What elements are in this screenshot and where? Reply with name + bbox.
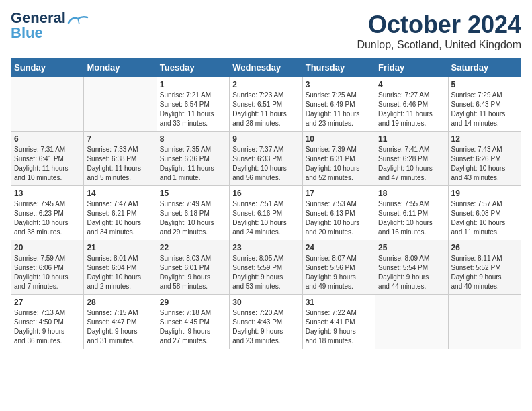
- location-subtitle: Dunlop, Scotland, United Kingdom: [357, 39, 521, 51]
- calendar-cell: 14Sunrise: 7:47 AMSunset: 6:21 PMDayligh…: [84, 186, 157, 240]
- day-number: 23: [232, 243, 299, 253]
- day-detail: Sunrise: 7:45 AMSunset: 6:23 PMDaylight:…: [14, 199, 81, 237]
- day-detail: Sunrise: 7:25 AMSunset: 6:49 PMDaylight:…: [306, 91, 372, 128]
- day-detail: Sunrise: 7:39 AMSunset: 6:31 PMDaylight:…: [306, 145, 372, 183]
- day-detail: Sunrise: 7:37 AMSunset: 6:33 PMDaylight:…: [232, 145, 299, 183]
- calendar-cell: [84, 77, 157, 132]
- day-detail: Sunrise: 7:21 AMSunset: 6:54 PMDaylight:…: [160, 91, 226, 128]
- calendar-cell: 15Sunrise: 7:49 AMSunset: 6:18 PMDayligh…: [157, 186, 229, 240]
- day-detail: Sunrise: 7:15 AMSunset: 4:47 PMDaylight:…: [87, 308, 153, 346]
- day-number: 31: [306, 298, 372, 307]
- calendar-cell: 25Sunrise: 8:09 AMSunset: 5:54 PMDayligh…: [375, 240, 448, 295]
- day-number: 12: [451, 134, 518, 144]
- day-number: 17: [306, 189, 372, 198]
- calendar-cell: [448, 295, 521, 349]
- day-detail: Sunrise: 7:18 AMSunset: 4:45 PMDaylight:…: [160, 308, 226, 346]
- day-number: 13: [14, 189, 81, 198]
- logo-line2: Blue: [11, 26, 66, 40]
- day-detail: Sunrise: 7:59 AMSunset: 6:06 PMDaylight:…: [14, 254, 81, 291]
- calendar-cell: 21Sunrise: 8:01 AMSunset: 6:04 PMDayligh…: [84, 240, 157, 295]
- day-detail: Sunrise: 7:31 AMSunset: 6:41 PMDaylight:…: [14, 145, 81, 183]
- calendar-cell: 1Sunrise: 7:21 AMSunset: 6:54 PMDaylight…: [157, 77, 229, 132]
- logo-bird-icon: [67, 15, 89, 30]
- day-number: 21: [87, 243, 153, 253]
- day-number: 15: [160, 189, 226, 198]
- day-detail: Sunrise: 7:35 AMSunset: 6:36 PMDaylight:…: [160, 145, 226, 183]
- weekday-header-tuesday: Tuesday: [157, 58, 229, 77]
- day-number: 25: [378, 243, 445, 253]
- calendar-week-row: 13Sunrise: 7:45 AMSunset: 6:23 PMDayligh…: [11, 186, 521, 240]
- calendar-cell: 31Sunrise: 7:22 AMSunset: 4:41 PMDayligh…: [302, 295, 375, 349]
- day-number: 28: [87, 298, 153, 307]
- calendar-cell: 10Sunrise: 7:39 AMSunset: 6:31 PMDayligh…: [302, 132, 375, 186]
- day-number: 19: [451, 189, 518, 198]
- day-number: 30: [232, 298, 299, 307]
- calendar-cell: 8Sunrise: 7:35 AMSunset: 6:36 PMDaylight…: [157, 132, 229, 186]
- calendar-cell: 18Sunrise: 7:55 AMSunset: 6:11 PMDayligh…: [375, 186, 448, 240]
- day-number: 9: [232, 134, 299, 144]
- calendar-cell: 26Sunrise: 8:11 AMSunset: 5:52 PMDayligh…: [448, 240, 521, 295]
- weekday-header-saturday: Saturday: [448, 58, 521, 77]
- day-detail: Sunrise: 7:49 AMSunset: 6:18 PMDaylight:…: [160, 199, 226, 237]
- title-area: October 2024 Dunlop, Scotland, United Ki…: [357, 11, 521, 51]
- day-number: 22: [160, 243, 226, 253]
- day-number: 2: [232, 80, 299, 89]
- day-detail: Sunrise: 8:01 AMSunset: 6:04 PMDaylight:…: [87, 254, 153, 291]
- day-detail: Sunrise: 7:57 AMSunset: 6:08 PMDaylight:…: [451, 199, 518, 237]
- day-detail: Sunrise: 7:22 AMSunset: 4:41 PMDaylight:…: [306, 308, 372, 346]
- calendar-cell: 23Sunrise: 8:05 AMSunset: 5:59 PMDayligh…: [230, 240, 302, 295]
- weekday-header-sunday: Sunday: [11, 58, 84, 77]
- weekday-header-row: SundayMondayTuesdayWednesdayThursdayFrid…: [11, 58, 521, 77]
- weekday-header-friday: Friday: [375, 58, 448, 77]
- day-detail: Sunrise: 8:05 AMSunset: 5:59 PMDaylight:…: [232, 254, 299, 291]
- day-number: 18: [378, 189, 445, 198]
- day-detail: Sunrise: 7:23 AMSunset: 6:51 PMDaylight:…: [232, 91, 299, 128]
- day-number: 8: [160, 134, 226, 144]
- calendar-cell: 19Sunrise: 7:57 AMSunset: 6:08 PMDayligh…: [448, 186, 521, 240]
- day-number: 10: [306, 134, 372, 144]
- calendar-cell: 2Sunrise: 7:23 AMSunset: 6:51 PMDaylight…: [230, 77, 302, 132]
- day-detail: Sunrise: 7:53 AMSunset: 6:13 PMDaylight:…: [306, 199, 372, 237]
- calendar-cell: 20Sunrise: 7:59 AMSunset: 6:06 PMDayligh…: [11, 240, 84, 295]
- calendar-cell: 28Sunrise: 7:15 AMSunset: 4:47 PMDayligh…: [84, 295, 157, 349]
- logo-line1: General: [11, 11, 66, 26]
- day-detail: Sunrise: 7:41 AMSunset: 6:28 PMDaylight:…: [378, 145, 445, 183]
- day-number: 24: [306, 243, 372, 253]
- day-number: 20: [14, 243, 81, 253]
- calendar-cell: 6Sunrise: 7:31 AMSunset: 6:41 PMDaylight…: [11, 132, 84, 186]
- day-number: 11: [378, 134, 445, 144]
- weekday-header-monday: Monday: [84, 58, 157, 77]
- day-detail: Sunrise: 7:47 AMSunset: 6:21 PMDaylight:…: [87, 199, 153, 237]
- calendar-week-row: 27Sunrise: 7:13 AMSunset: 4:50 PMDayligh…: [11, 295, 521, 349]
- calendar-cell: 3Sunrise: 7:25 AMSunset: 6:49 PMDaylight…: [302, 77, 375, 132]
- calendar-week-row: 1Sunrise: 7:21 AMSunset: 6:54 PMDaylight…: [11, 77, 521, 132]
- calendar-cell: 16Sunrise: 7:51 AMSunset: 6:16 PMDayligh…: [230, 186, 302, 240]
- day-number: 29: [160, 298, 226, 307]
- day-detail: Sunrise: 8:07 AMSunset: 5:56 PMDaylight:…: [306, 254, 372, 291]
- day-detail: Sunrise: 7:55 AMSunset: 6:11 PMDaylight:…: [378, 199, 445, 237]
- header: General Blue October 2024 Dunlop, Scotla…: [11, 11, 521, 51]
- calendar-cell: 29Sunrise: 7:18 AMSunset: 4:45 PMDayligh…: [157, 295, 229, 349]
- calendar-cell: 12Sunrise: 7:43 AMSunset: 6:26 PMDayligh…: [448, 132, 521, 186]
- calendar-cell: 27Sunrise: 7:13 AMSunset: 4:50 PMDayligh…: [11, 295, 84, 349]
- calendar-cell: [11, 77, 84, 132]
- calendar-cell: 30Sunrise: 7:20 AMSunset: 4:43 PMDayligh…: [230, 295, 302, 349]
- day-detail: Sunrise: 7:43 AMSunset: 6:26 PMDaylight:…: [451, 145, 518, 183]
- day-detail: Sunrise: 8:09 AMSunset: 5:54 PMDaylight:…: [378, 254, 445, 291]
- calendar-cell: 11Sunrise: 7:41 AMSunset: 6:28 PMDayligh…: [375, 132, 448, 186]
- logo: General Blue: [11, 11, 89, 40]
- calendar-cell: 5Sunrise: 7:29 AMSunset: 6:43 PMDaylight…: [448, 77, 521, 132]
- day-number: 4: [378, 80, 445, 89]
- calendar-week-row: 20Sunrise: 7:59 AMSunset: 6:06 PMDayligh…: [11, 240, 521, 295]
- day-detail: Sunrise: 7:29 AMSunset: 6:43 PMDaylight:…: [451, 91, 518, 128]
- day-detail: Sunrise: 8:03 AMSunset: 6:01 PMDaylight:…: [160, 254, 226, 291]
- day-number: 27: [14, 298, 81, 307]
- calendar-cell: 7Sunrise: 7:33 AMSunset: 6:38 PMDaylight…: [84, 132, 157, 186]
- day-detail: Sunrise: 8:11 AMSunset: 5:52 PMDaylight:…: [451, 254, 518, 291]
- day-detail: Sunrise: 7:51 AMSunset: 6:16 PMDaylight:…: [232, 199, 299, 237]
- weekday-header-thursday: Thursday: [302, 58, 375, 77]
- day-number: 1: [160, 80, 226, 89]
- day-detail: Sunrise: 7:33 AMSunset: 6:38 PMDaylight:…: [87, 145, 153, 183]
- calendar-cell: [375, 295, 448, 349]
- day-detail: Sunrise: 7:27 AMSunset: 6:46 PMDaylight:…: [378, 91, 445, 128]
